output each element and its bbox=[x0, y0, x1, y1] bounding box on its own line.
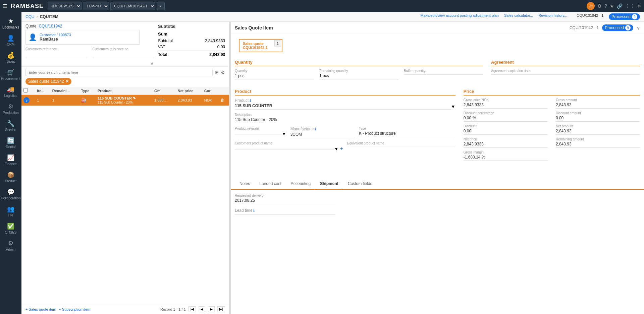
link-icon[interactable]: 🔗 bbox=[617, 3, 623, 9]
collapse-btn[interactable]: ∨ bbox=[25, 60, 154, 66]
filter-icon[interactable]: ⊞ bbox=[215, 70, 219, 75]
manufacturer-help-icon[interactable]: ℹ bbox=[315, 127, 316, 131]
sidebar-item-sales[interactable]: 💰 Sales bbox=[0, 49, 21, 66]
right-status-count: 9 bbox=[625, 25, 631, 30]
collaboration-icon: 💬 bbox=[7, 188, 14, 196]
sales-quote-badge: 1 bbox=[274, 40, 281, 47]
discount-amount-field: Discount amount 0.00 bbox=[556, 111, 640, 122]
sidebar-item-bookmarks[interactable]: ★ Bookmarks bbox=[0, 15, 21, 32]
breadcrumb-actions: Make/edit/view account posting adjustmen… bbox=[420, 13, 640, 20]
row-badge: 9 bbox=[23, 97, 30, 103]
tab-custom-fields[interactable]: Custom fields bbox=[343, 179, 377, 190]
production-icon: ⚙ bbox=[8, 103, 13, 110]
search-input[interactable] bbox=[25, 69, 213, 76]
sidebar-item-procurement[interactable]: 🛒 Procurement bbox=[0, 66, 21, 83]
tab-notes[interactable]: Notes bbox=[235, 179, 255, 190]
help-icon[interactable]: ? bbox=[604, 3, 607, 9]
product-name-field: Product ℹ 115 SUB COUNTER ▼ bbox=[235, 98, 455, 110]
customers-reference-no-input[interactable] bbox=[93, 52, 154, 57]
lead-time-help-icon[interactable]: ℹ bbox=[253, 208, 255, 212]
discount-field: Discount 0.00 bbox=[464, 124, 548, 135]
form-area: Quantity Quantity 1 pcs Remaining quanti… bbox=[231, 57, 644, 179]
sidebar-item-crm[interactable]: 👤 CRM bbox=[0, 32, 21, 49]
customers-reference-input[interactable] bbox=[25, 52, 87, 57]
sidebar-item-production[interactable]: ⚙ Production bbox=[0, 100, 21, 117]
gm-cell: 1,680.... bbox=[152, 95, 175, 106]
env-select[interactable]: JHCDEVSYS bbox=[48, 2, 82, 10]
prev-page-btn[interactable]: ◀ bbox=[199, 306, 205, 312]
description-field: Description 115 Sub Counter - 20% bbox=[235, 113, 455, 123]
sidebar-item-logistics[interactable]: 🚚 Logistics bbox=[0, 83, 21, 100]
quote-link[interactable]: CQU/101942 bbox=[39, 24, 62, 28]
sidebar-item-product[interactable]: 📦 Product bbox=[0, 169, 21, 186]
net-amount-field: Net amount 2,843.93 bbox=[556, 124, 640, 135]
add-sales-item-link[interactable]: + Sales quote item bbox=[25, 307, 56, 311]
lang-select[interactable]: TEM-NO bbox=[83, 2, 109, 10]
product-help-icon[interactable]: ℹ bbox=[250, 99, 251, 103]
nav-selects: JHCDEVSYS TEM-NO CQUITEM/101942/1 ‹ bbox=[48, 2, 165, 10]
right-panel-header: Sales Quote Item CQU/101942 - 1 Processe… bbox=[231, 22, 644, 34]
sidebar-item-finance[interactable]: 📈 Finance bbox=[0, 151, 21, 169]
sidebar-item-hr[interactable]: 👥 HR bbox=[0, 203, 21, 220]
content-area: CQU › CQUITEM Make/edit/view account pos… bbox=[21, 12, 644, 314]
mail-icon[interactable]: ✉ bbox=[637, 3, 641, 9]
table-row[interactable]: 9 1 1 🏭 115 SUB COUNTER ✎ 115 Sub Counte… bbox=[21, 95, 229, 106]
tab-accounting[interactable]: Accounting bbox=[286, 179, 315, 190]
next-page-btn[interactable]: ▶ bbox=[208, 306, 215, 312]
quantity-field: Quantity 1 pcs bbox=[235, 69, 314, 79]
right-panel-expand-btn[interactable]: ∨ bbox=[637, 25, 640, 30]
gross-price-field: Gross price/NOK 2,843.9333 bbox=[464, 98, 548, 109]
sidebar-item-admin[interactable]: ⚙ Admin bbox=[0, 237, 21, 254]
add-customer-product-btn[interactable]: + bbox=[340, 146, 343, 152]
col-action bbox=[218, 87, 229, 95]
filter-tag: Sales quote 101942 ✕ bbox=[25, 78, 71, 85]
sidebar-item-collaboration[interactable]: 💬 Collaboration bbox=[0, 186, 21, 203]
select-all-checkbox[interactable] bbox=[23, 88, 28, 92]
customer-info: Customer / 100873 RamBase bbox=[40, 33, 71, 42]
status-badge: Processed 9 bbox=[609, 13, 640, 20]
star-icon[interactable]: ★ bbox=[610, 3, 614, 9]
lead-time-field: Lead time ℹ bbox=[235, 208, 640, 215]
sidebar-item-rental[interactable]: 🔄 Rental bbox=[0, 134, 21, 151]
revision-dropdown-btn[interactable]: ▼ bbox=[282, 131, 286, 136]
col-type: Type bbox=[79, 87, 96, 95]
last-page-btn[interactable]: ▶| bbox=[217, 306, 225, 312]
cust-product-dropdown-btn[interactable]: ▼ bbox=[334, 146, 339, 151]
product-cell: 115 SUB COUNTER ✎ 115 Sub Counter - 20% bbox=[98, 96, 150, 104]
tab-shipment[interactable]: Shipment bbox=[315, 179, 343, 190]
sum-section: Subtotal Sum Subtotal 2,843.9333 VAT 0.0… bbox=[158, 24, 225, 66]
tab-landed-cost[interactable]: Landed cost bbox=[255, 179, 286, 190]
account-posting-link[interactable]: Make/edit/view account posting adjustmen… bbox=[420, 13, 499, 20]
alert-icon[interactable]: ⚠ bbox=[587, 2, 595, 10]
sidebar-item-qhses[interactable]: ✅ QHSES bbox=[0, 220, 21, 237]
record-select[interactable]: CQUITEM/101942/1 bbox=[110, 2, 155, 10]
remaining-amount-field: Remaining amount 2,843.93 bbox=[556, 137, 640, 148]
settings-icon[interactable]: ⚙ bbox=[597, 3, 602, 9]
right-panel-id: CQU/101942 - 1 bbox=[570, 25, 599, 30]
col-netprice: Net price bbox=[176, 87, 202, 95]
quantity-agreement-row: Quantity Quantity 1 pcs Remaining quanti… bbox=[235, 60, 640, 83]
add-subscription-link[interactable]: + Subscription item bbox=[59, 307, 90, 311]
product-dropdown-btn[interactable]: ▼ bbox=[451, 104, 455, 109]
apps-icon[interactable]: ⋮⋮ bbox=[625, 3, 635, 9]
sales-quote-card[interactable]: Sales quote CQU/101942-1 1 bbox=[239, 39, 282, 52]
filter-tag-remove[interactable]: ✕ bbox=[65, 79, 69, 84]
menu-icon[interactable]: ☰ bbox=[3, 3, 7, 9]
first-page-btn[interactable]: |◀ bbox=[189, 306, 196, 312]
customer-id-link[interactable]: Customer / 100873 bbox=[40, 33, 71, 37]
breadcrumb-cqu[interactable]: CQU bbox=[25, 14, 35, 19]
items-table: Ite... Remaini... Type Product Gm Net pr… bbox=[21, 87, 229, 304]
service-icon: 🔧 bbox=[7, 120, 14, 127]
sales-calculator-link[interactable]: Sales calculator... bbox=[504, 13, 533, 20]
revision-history-link[interactable]: Revision history... bbox=[538, 13, 567, 20]
cur-cell: NOK bbox=[202, 95, 218, 106]
settings-search-icon[interactable]: ⚙ bbox=[221, 70, 225, 75]
sidebar-item-service[interactable]: 🔧 Service bbox=[0, 117, 21, 134]
price-left-col: Gross price/NOK 2,843.9333 Discount perc… bbox=[464, 98, 548, 164]
rental-icon: 🔄 bbox=[7, 137, 14, 144]
col-item: Ite... bbox=[35, 87, 50, 95]
col-cur: Cur bbox=[202, 87, 218, 95]
back-button[interactable]: ‹ bbox=[157, 2, 165, 10]
delete-icon[interactable]: 🗑 bbox=[220, 98, 224, 103]
right-panel-title: Sales Quote Item bbox=[235, 25, 273, 30]
